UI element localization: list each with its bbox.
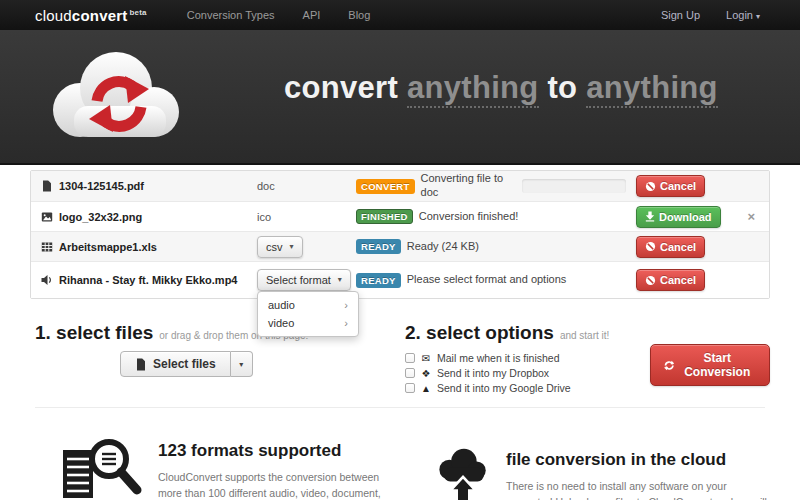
audio-icon xyxy=(41,274,53,286)
select-options-title: 2. select options xyxy=(405,322,554,343)
option-label[interactable]: Send it into my Dropbox xyxy=(437,367,549,379)
cloudconvert-cloud-logo xyxy=(42,40,192,152)
format-label: Select format xyxy=(266,273,331,287)
select-options-section: 2. select optionsand start it! ✉ Mail me… xyxy=(405,322,770,397)
feature-paragraph: CloudConvert supports the conversion bet… xyxy=(158,470,403,500)
status-badge: READY xyxy=(356,273,401,288)
format-dropdown-menu: audio › video › xyxy=(257,291,359,337)
select-files-title: 1. select files xyxy=(35,322,153,343)
headline-anything-2: anything xyxy=(586,70,718,108)
filename: logo_32x32.png xyxy=(59,211,142,223)
menu-item-label: video xyxy=(268,317,294,329)
login-menu[interactable]: Login▾ xyxy=(726,9,760,21)
download-icon xyxy=(645,211,655,222)
menu-item-audio[interactable]: audio › xyxy=(258,296,358,314)
format-label: csv xyxy=(266,240,283,254)
table-row-mp4: Rihanna - Stay ft. Mikky Ekko.mp4 Select… xyxy=(31,261,769,298)
cancel-label: Cancel xyxy=(660,240,696,254)
action-cell: Download xyxy=(636,206,718,228)
target-format: doc xyxy=(257,180,275,192)
chevron-right-icon: › xyxy=(344,299,348,311)
chevron-right-icon: › xyxy=(344,317,348,329)
feature-title: file conversion in the cloud xyxy=(506,450,772,470)
hero-headline: convert anything to anything xyxy=(284,70,718,106)
progress-bar xyxy=(522,179,626,193)
format-select-csv[interactable]: csv ▾ xyxy=(257,236,303,258)
feature-paragraph: There is no need to install any software… xyxy=(506,479,772,500)
dropbox-checkbox[interactable] xyxy=(405,368,415,378)
document-icon xyxy=(41,180,53,192)
nav-blog[interactable]: Blog xyxy=(348,9,370,21)
nav-api[interactable]: API xyxy=(303,9,321,21)
brand-part-cloud: cloud xyxy=(35,7,72,24)
table-row-png: logo_32x32.png ico FINISHED Conversion f… xyxy=(31,201,769,231)
conversion-queue-table: 1304-125145.pdf doc CONVERT Converting f… xyxy=(30,170,770,299)
download-button[interactable]: Download xyxy=(636,206,721,228)
cancel-button[interactable]: Cancel xyxy=(636,175,705,197)
file-cell: logo_32x32.png xyxy=(31,211,251,223)
brand-logo[interactable]: cloudconvertbeta xyxy=(35,7,147,24)
top-navbar: cloudconvertbeta Conversion Types API Bl… xyxy=(0,0,800,30)
formats-search-icon xyxy=(58,436,146,500)
chevron-down-icon: ▾ xyxy=(290,240,294,254)
mail-icon: ✉ xyxy=(420,353,432,364)
option-label[interactable]: Mail me when it is finished xyxy=(437,352,560,364)
start-conversion-button[interactable]: Start Conversion xyxy=(650,344,770,386)
status-cell: READY Ready (24 KB) xyxy=(356,239,636,254)
action-cell: Cancel xyxy=(636,236,696,258)
hero-banner: convert anything to anything xyxy=(0,30,800,165)
brand-part-convert: convert xyxy=(72,7,128,24)
file-cell: Rihanna - Stay ft. Mikky Ekko.mp4 xyxy=(31,274,251,286)
status-cell: READY Please select format and options xyxy=(356,273,636,288)
select-files-caret-button[interactable]: ▾ xyxy=(231,351,253,377)
status-text: Ready (24 KB) xyxy=(407,240,479,254)
close-cell: × xyxy=(718,209,769,224)
ban-circle-icon xyxy=(645,275,656,286)
signup-link[interactable]: Sign Up xyxy=(661,9,700,21)
action-cell: Cancel xyxy=(636,269,696,291)
headline-word: to xyxy=(548,70,578,105)
feature-text-block: file conversion in the cloud There is no… xyxy=(506,436,772,500)
option-label[interactable]: Send it into my Google Drive xyxy=(437,382,571,394)
status-text: Converting file to doc xyxy=(421,172,517,200)
menu-item-video[interactable]: video › xyxy=(258,314,358,332)
headline-anything-1: anything xyxy=(407,70,539,108)
status-text: Conversion finished! xyxy=(419,210,519,224)
format-cell: csv ▾ xyxy=(251,236,356,258)
status-cell: CONVERT Converting file to doc xyxy=(356,172,636,200)
format-cell: ico xyxy=(251,211,356,223)
login-label: Login xyxy=(726,9,753,21)
select-options-subtitle: and start it! xyxy=(560,330,609,341)
target-format: ico xyxy=(257,211,271,223)
select-files-label: Select files xyxy=(153,357,216,371)
file-icon xyxy=(135,358,147,371)
cancel-button[interactable]: Cancel xyxy=(636,236,705,258)
filename: Rihanna - Stay ft. Mikky Ekko.mp4 xyxy=(59,274,238,286)
cancel-label: Cancel xyxy=(660,179,696,193)
mail-checkbox[interactable] xyxy=(405,353,415,363)
download-label: Download xyxy=(659,210,712,224)
nav-conversion-types[interactable]: Conversion Types xyxy=(187,9,275,21)
section-divider xyxy=(35,407,765,408)
format-select-open[interactable]: Select format ▾ xyxy=(257,269,351,291)
status-text: Please select format and options xyxy=(407,273,567,287)
filename: 1304-125145.pdf xyxy=(59,180,144,192)
refresh-icon xyxy=(664,359,674,372)
chevron-down-icon: ▾ xyxy=(239,360,243,369)
table-row-pdf: 1304-125145.pdf doc CONVERT Converting f… xyxy=(31,171,769,201)
chevron-down-icon: ▾ xyxy=(338,273,342,287)
close-icon[interactable]: × xyxy=(747,209,755,224)
nav-right: Sign Up Login▾ xyxy=(661,9,760,21)
format-cell: Select format ▾ xyxy=(251,269,356,291)
spreadsheet-icon xyxy=(41,241,53,253)
feature-formats: 123 formats supported CloudConvert suppo… xyxy=(58,436,403,500)
cloud-upload-icon xyxy=(432,436,494,500)
select-files-split-button: Select files ▾ xyxy=(120,351,253,377)
cancel-button[interactable]: Cancel xyxy=(636,269,705,291)
status-badge: READY xyxy=(356,239,401,254)
feature-title: 123 formats supported xyxy=(158,441,403,461)
select-files-button[interactable]: Select files xyxy=(120,351,231,377)
feature-cloud: file conversion in the cloud There is no… xyxy=(432,436,772,500)
google-drive-checkbox[interactable] xyxy=(405,383,415,393)
cancel-label: Cancel xyxy=(660,273,696,287)
